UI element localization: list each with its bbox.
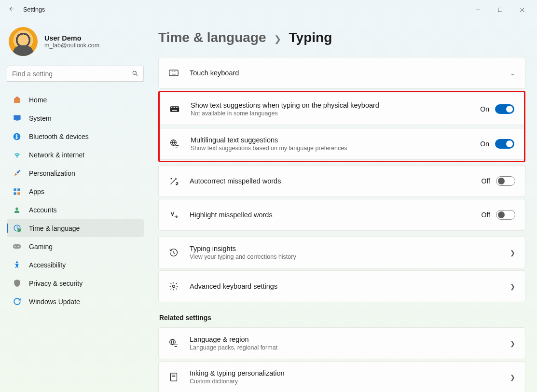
setting-typing-insights[interactable]: Typing insights View your typing and cor… [158, 237, 525, 268]
svg-point-13 [17, 228, 21, 232]
keyboard-icon [168, 70, 179, 76]
nav-bluetooth[interactable]: Bluetooth & devices [7, 127, 144, 145]
nav-update[interactable]: Windows Update [7, 293, 144, 310]
toggle-highlight-misspelled[interactable] [496, 210, 515, 220]
profile-block[interactable]: User Demo m_lab@outlook.com [7, 25, 144, 63]
svg-line-3 [136, 74, 137, 75]
wifi-icon [13, 151, 21, 159]
related-heading: Related settings [159, 314, 525, 322]
nav-accessibility[interactable]: Accessibility [7, 256, 144, 274]
minimize-button[interactable] [467, 2, 489, 17]
shield-icon [13, 279, 21, 288]
chevron-right-icon: ❯ [510, 374, 515, 381]
globe-text-icon [169, 139, 180, 149]
nav-privacy[interactable]: Privacy & security [7, 274, 144, 292]
main-content: Time & language ❯ Typing Touch keyboard … [151, 19, 537, 392]
setting-title: Language & region [190, 336, 505, 343]
user-email: m_lab@outlook.com [44, 42, 99, 49]
svg-rect-4 [14, 115, 20, 120]
setting-subtitle: Language packs, regional format [190, 344, 505, 351]
home-icon [13, 96, 21, 104]
bluetooth-icon [13, 132, 21, 141]
search-box[interactable] [7, 66, 144, 82]
back-button[interactable] [4, 5, 19, 14]
nav-label: Time & language [29, 224, 80, 232]
setting-multilingual: Multilingual text suggestions Show text … [160, 128, 524, 160]
svg-rect-18 [169, 70, 178, 76]
nav-system[interactable]: System [7, 109, 144, 127]
nav-label: Network & internet [29, 151, 84, 159]
svg-point-32 [171, 178, 172, 179]
svg-point-2 [133, 71, 136, 74]
svg-rect-7 [14, 188, 16, 191]
nav-gaming[interactable]: Gaming [7, 238, 144, 255]
svg-rect-1 [498, 8, 502, 12]
maximize-button[interactable] [489, 2, 511, 17]
related-language-region[interactable]: Language & region Language packs, region… [158, 327, 525, 359]
nav-network[interactable]: Network & internet [7, 146, 144, 164]
svg-rect-27 [174, 107, 175, 108]
toggle-physical-suggestions[interactable] [495, 104, 514, 114]
nav-personalization[interactable]: Personalization [7, 164, 144, 182]
svg-rect-29 [178, 107, 179, 108]
avatar [9, 27, 38, 56]
nav-accounts[interactable]: Accounts [7, 201, 144, 219]
breadcrumb-parent[interactable]: Time & language [158, 30, 266, 45]
setting-title: Touch keyboard [190, 69, 505, 77]
setting-subtitle: Not available in some languages [191, 110, 480, 117]
chevron-right-icon: ❯ [274, 34, 281, 44]
nav-time-language[interactable]: Time & language [7, 219, 144, 237]
toggle-autocorrect[interactable] [496, 176, 515, 186]
svg-rect-26 [173, 107, 174, 108]
setting-title: Highlight misspelled words [190, 211, 482, 219]
highlighted-settings: Show text suggestions when typing on the… [158, 91, 525, 162]
system-icon [13, 114, 21, 123]
setting-title: Typing insights [190, 245, 505, 252]
nav-label: Apps [29, 188, 44, 196]
setting-advanced-keyboard[interactable]: Advanced keyboard settings ❯ [158, 270, 525, 302]
breadcrumb: Time & language ❯ Typing [158, 30, 525, 45]
toggle-state: On [480, 105, 489, 113]
svg-rect-30 [172, 110, 177, 111]
chevron-right-icon: ❯ [510, 249, 515, 256]
app-title: Settings [23, 6, 45, 13]
keyboard-icon [169, 106, 180, 112]
update-icon [13, 297, 21, 306]
apps-icon [13, 187, 21, 196]
nav-label: Home [29, 96, 47, 104]
svg-point-17 [16, 261, 18, 263]
breadcrumb-current: Typing [289, 30, 332, 45]
history-icon [168, 248, 179, 257]
user-name: User Demo [44, 34, 99, 42]
toggle-state: Off [482, 177, 490, 185]
titlebar: Settings [0, 0, 537, 19]
related-inking[interactable]: Inking & typing personalization Custom d… [158, 361, 525, 392]
nav-label: Personalization [29, 169, 75, 177]
setting-subtitle: View your typing and corrections history [190, 253, 505, 260]
clock-globe-icon [13, 224, 21, 233]
close-button[interactable] [511, 2, 533, 17]
setting-touch-keyboard[interactable]: Touch keyboard ⌄ [158, 57, 525, 89]
search-input[interactable] [12, 70, 132, 78]
setting-title: Autocorrect misspelled words [190, 177, 482, 185]
nav-apps[interactable]: Apps [7, 182, 144, 200]
svg-rect-14 [13, 244, 21, 249]
svg-point-34 [173, 285, 175, 288]
nav-label: Gaming [29, 243, 53, 251]
nav-label: Accessibility [29, 261, 66, 269]
toggle-state: Off [482, 211, 490, 219]
nav-home[interactable]: Home [7, 91, 144, 109]
nav-label: Windows Update [29, 298, 80, 306]
setting-title: Inking & typing personalization [190, 369, 505, 377]
nav-label: Privacy & security [29, 280, 83, 287]
setting-subtitle: Custom dictionary [190, 378, 505, 385]
setting-autocorrect: Autocorrect misspelled words Off [158, 165, 525, 197]
setting-title: Show text suggestions when typing on the… [191, 101, 480, 109]
setting-title: Advanced keyboard settings [190, 282, 505, 290]
toggle-multilingual[interactable] [495, 139, 514, 149]
chevron-down-icon[interactable]: ⌄ [510, 70, 515, 77]
svg-rect-36 [170, 373, 177, 381]
toggle-state: On [480, 140, 489, 148]
svg-rect-28 [176, 107, 177, 108]
setting-physical-suggestions: Show text suggestions when typing on the… [160, 93, 524, 125]
